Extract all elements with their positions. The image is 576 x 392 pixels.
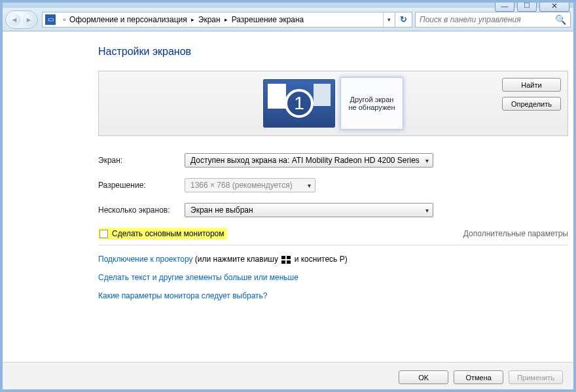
back-icon[interactable]: ◄ (8, 13, 21, 26)
projector-tail-b: и коснитесь P) (292, 255, 347, 264)
advanced-settings-link[interactable]: Дополнительные параметры (463, 229, 568, 238)
search-input[interactable] (420, 15, 555, 24)
multi-label: Несколько экранов: (98, 205, 185, 215)
primary-monitor-checkbox[interactable] (99, 230, 108, 238)
which-monitor-link[interactable]: Какие параметры монитора следует выбрать… (98, 291, 268, 300)
chevron-right-icon: ▸ (225, 16, 228, 23)
resolution-select[interactable]: 1366 × 768 (рекомендуется) (185, 178, 315, 192)
title-bar: — ☐ ✕ (0, 0, 576, 8)
footer: OK Отмена Применить (0, 362, 576, 392)
ok-button[interactable]: OK (399, 370, 448, 384)
chevron-right-icon: ▸ (191, 16, 194, 23)
text-size-link[interactable]: Сделать текст и другие элементы больше и… (98, 273, 298, 282)
preview-inner: 1 Другой экран не обнаружен (99, 71, 567, 135)
primary-monitor-label: Сделать основным монитором (112, 229, 225, 238)
apply-button[interactable]: Применить (509, 370, 563, 384)
cancel-button[interactable]: Отмена (454, 370, 503, 384)
page-title: Настройки экранов (98, 46, 568, 58)
content: Настройки экранов 1 Другой экран не обна… (0, 31, 576, 392)
screen-select[interactable]: Доступен выход экрана на: ATI Mobility R… (185, 153, 433, 168)
search-box[interactable]: 🔍 (415, 12, 571, 27)
projector-row: Подключение к проектору (или нажмите кла… (98, 255, 568, 264)
breadcrumb[interactable]: ▭ « Оформление и персонализация ▸ Экран … (42, 12, 412, 27)
resolution-label: Разрешение: (98, 181, 185, 190)
breadcrumb-item[interactable]: Оформление и персонализация (69, 15, 187, 24)
highlighted-checkbox: Сделать основным монитором (98, 228, 227, 240)
nav-back-forward[interactable]: ◄ ► (5, 10, 38, 29)
refresh-icon[interactable]: ↻ (395, 12, 412, 27)
close-button[interactable]: ✕ (539, 0, 569, 12)
projector-tail-a: (или нажмите клавишу (193, 255, 281, 264)
breadcrumb-dropdown[interactable]: ▾ (383, 12, 395, 27)
projector-link[interactable]: Подключение к проектору (98, 255, 193, 264)
checkbox-row: Сделать основным монитором Дополнительны… (98, 228, 568, 245)
breadcrumb-root-chevron: « (63, 16, 66, 23)
screen-label: Экран: (98, 156, 185, 165)
monitor-number: 1 (285, 89, 314, 118)
window-controls: — ☐ ✕ (495, 0, 569, 12)
minimize-button[interactable]: — (495, 0, 514, 12)
search-icon[interactable]: 🔍 (555, 14, 566, 25)
ghost-display[interactable]: Другой экран не обнаружен (340, 77, 403, 130)
main-panel: Настройки экранов 1 Другой экран не обна… (0, 31, 576, 362)
multi-display-select[interactable]: Экран не выбран (185, 203, 433, 217)
control-panel-icon: ▭ (45, 14, 56, 25)
breadcrumb-item[interactable]: Разрешение экрана (232, 15, 304, 24)
detect-button[interactable]: Определить (502, 97, 561, 111)
nav-row: ◄ ► ▭ « Оформление и персонализация ▸ Эк… (0, 8, 576, 31)
breadcrumb-item[interactable]: Экран (198, 15, 221, 24)
monitor-1-thumb[interactable]: 1 (263, 79, 335, 128)
maximize-button[interactable]: ☐ (517, 0, 537, 12)
windows-key-icon (281, 256, 291, 264)
forward-icon[interactable]: ► (22, 13, 35, 26)
display-preview: 1 Другой экран не обнаружен Найти Опреде… (98, 71, 568, 136)
find-button[interactable]: Найти (502, 78, 561, 92)
